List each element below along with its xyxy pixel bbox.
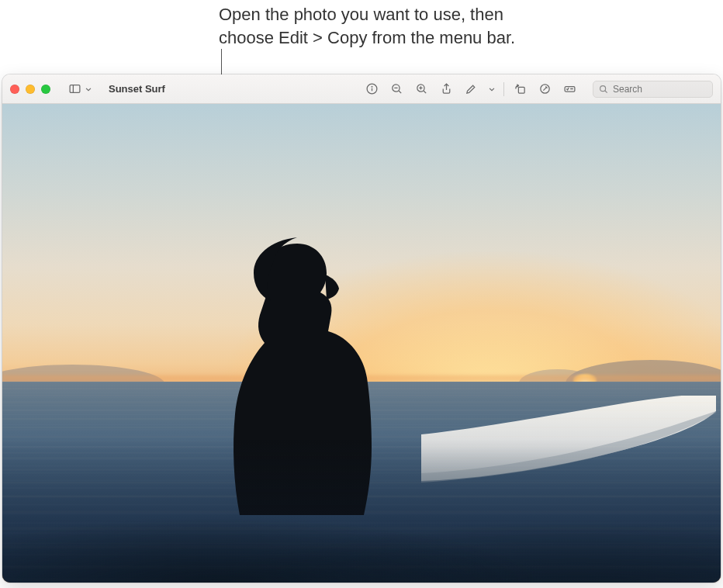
window-controls [10,85,50,94]
share-icon [440,82,453,95]
zoom-out-button[interactable] [384,79,409,99]
rotate-icon [514,82,527,95]
callout-line-1: Open the photo you want to use, then [219,3,653,26]
fullscreen-window-button[interactable] [41,85,50,94]
rotate-button[interactable] [507,79,532,99]
svg-rect-12 [518,87,524,93]
close-window-button[interactable] [10,85,19,94]
search-input[interactable] [613,84,707,95]
image-viewport[interactable] [2,104,721,583]
toolbar-divider [503,82,504,96]
photo-foreground-wave [2,439,721,583]
toolbar-center-group [359,79,582,99]
minimize-window-button[interactable] [26,85,35,94]
form-fill-icon [563,82,576,95]
svg-line-9 [423,91,425,93]
zoom-in-button[interactable] [409,79,434,99]
highlight-icon [465,82,478,95]
chevron-down-icon [486,84,497,95]
search-field[interactable] [593,81,713,98]
info-button[interactable] [359,79,384,99]
callout-text: Open the photo you want to use, then cho… [219,3,653,49]
markup-button[interactable] [532,79,557,99]
sidebar-icon [68,82,81,95]
form-fill-button[interactable] [557,79,582,99]
search-icon [598,84,609,95]
window-toolbar: Sunset Surf [2,74,721,104]
highlight-button[interactable] [458,79,483,99]
document-title: Sunset Surf [109,83,165,95]
callout-line-2: choose Edit > Copy from the menu bar. [219,26,653,50]
svg-line-6 [398,91,400,93]
svg-point-16 [600,85,606,91]
share-button[interactable] [434,79,458,99]
info-icon [365,82,379,95]
preview-window: Sunset Surf [2,74,721,583]
zoom-out-icon [390,82,403,95]
highlight-menu-button[interactable] [483,79,500,99]
chevron-down-icon [83,84,94,95]
markup-icon [538,82,552,95]
svg-rect-0 [70,85,80,93]
zoom-in-icon [415,82,428,95]
svg-line-17 [605,90,607,92]
sidebar-toggle-button[interactable] [64,80,98,98]
svg-point-4 [372,86,372,87]
